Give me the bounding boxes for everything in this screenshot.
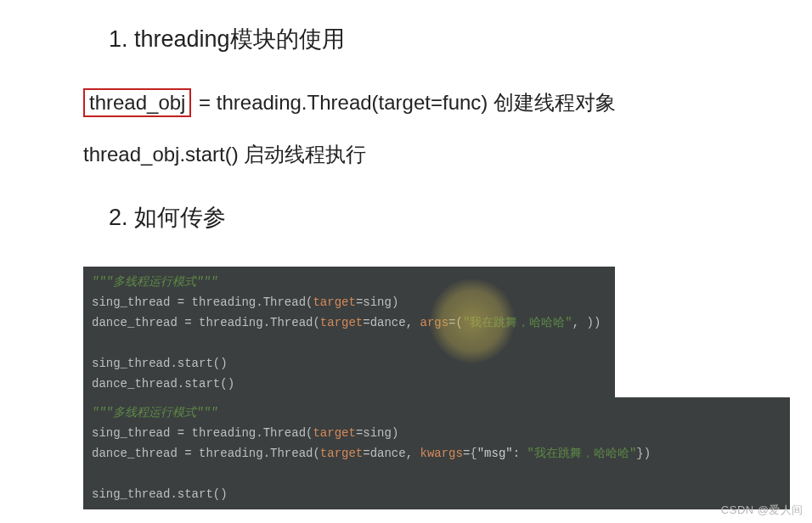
ca-l5: dance_thread.start() [92,377,234,391]
docstring-b: """多线程运行模式""" [92,406,217,419]
cb-l4: sing_thread.start() [92,487,228,501]
create-thread-line: thread_obj = threading.Thread(target=fun… [83,88,729,117]
cb-l2-val: "我在跳舞，哈哈哈" [527,447,637,460]
ca-l2-kw1: target [320,316,363,329]
docstring-a: """多线程运行模式""" [92,275,217,289]
cb-l2a: dance_thread = threading.Thread( [92,447,320,460]
cb-l2-kw1: target [320,447,363,460]
ca-l1b: =sing) [356,295,398,309]
cb-l2e: }) [636,447,651,460]
ca-l4: sing_thread.start() [92,357,228,370]
cb-l1a: sing_thread = threading.Thread( [92,426,313,440]
cb-l2b: =dance, [363,447,420,460]
code-block-kwargs: """多线程运行模式""" sing_thread = threading.Th… [83,397,790,509]
ca-l2c: =( [448,316,463,329]
watermark: CSDN @爱人间 [721,503,804,518]
section-2-title: 2. 如何传参 [109,202,729,233]
code-wrap: """多线程运行模式""" sing_thread = threading.Th… [83,267,790,509]
code-block-args: """多线程运行模式""" sing_thread = threading.Th… [83,267,615,399]
ca-l2a: dance_thread = threading.Thread( [92,316,320,329]
ca-l2-str: "我在跳舞，哈哈哈" [463,316,572,329]
cb-l2c: ={ [463,447,477,460]
ca-l1-kw: target [313,295,355,309]
ca-l2-kw2: args [420,316,448,329]
ca-l2d: , )) [572,316,601,329]
ca-l2b: =dance, [363,316,420,329]
create-thread-rest: = threading.Thread(target=func) 创建线程对象 [193,91,616,114]
boxed-var: thread_obj [83,88,191,117]
cb-l2-kw2: kwargs [420,447,462,460]
cb-l2d: : [513,447,527,460]
cb-l1b: =sing) [356,426,398,440]
cb-l2-key: "msg" [477,447,513,460]
section-1-title: 1. threading模块的使用 [109,24,729,54]
start-thread-line: thread_obj.start() 启动线程执行 [83,141,729,168]
ca-l1a: sing_thread = threading.Thread( [92,295,313,309]
cb-l1-kw: target [313,426,355,440]
